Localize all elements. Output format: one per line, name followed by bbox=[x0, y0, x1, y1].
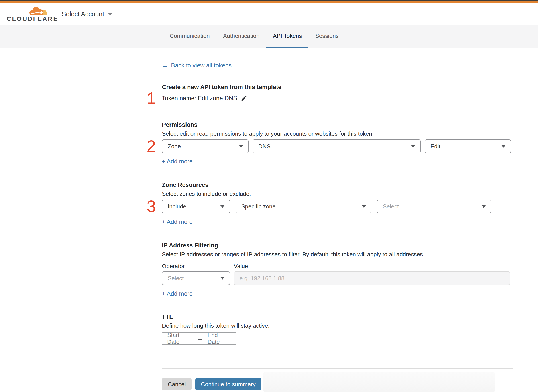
step-number-2: 2 bbox=[145, 138, 158, 154]
permission-scope-select[interactable]: Zone bbox=[162, 140, 249, 153]
zone-picker-select[interactable]: Select... bbox=[377, 200, 491, 213]
app-header: CLOUDFLARE Select Account bbox=[0, 3, 538, 25]
footer-actions: Cancel Continue to summary bbox=[162, 378, 513, 390]
step-number-1: 1 bbox=[145, 90, 158, 107]
create-token-title: Create a new API token from this templat… bbox=[162, 84, 513, 91]
ip-filtering-title: IP Address Filtering bbox=[162, 242, 513, 249]
ip-operator-select[interactable]: Select... bbox=[162, 271, 230, 285]
operator-label: Operator bbox=[162, 263, 234, 270]
zone-resources-description: Select zones to include or exclude. bbox=[162, 190, 513, 197]
ttl-description: Define how long this token will stay act… bbox=[162, 322, 513, 329]
token-name-row: 1 Token name: Edit zone DNS bbox=[162, 94, 513, 102]
chevron-down-icon bbox=[108, 13, 113, 15]
brand-top-bar bbox=[0, 1, 538, 3]
ip-filtering-add-more-link[interactable]: + Add more bbox=[162, 290, 193, 297]
permission-group-select[interactable]: DNS bbox=[253, 140, 421, 153]
back-arrow-icon: ← bbox=[162, 62, 168, 69]
permissions-description: Select edit or read permissions to apply… bbox=[162, 130, 513, 137]
account-selector-label: Select Account bbox=[62, 10, 104, 18]
permissions-add-more-link[interactable]: + Add more bbox=[162, 158, 193, 165]
chevron-down-icon bbox=[501, 145, 506, 148]
main-content: ← Back to view all tokens Create a new A… bbox=[0, 48, 538, 390]
tab-bar: Communication Authentication API Tokens … bbox=[0, 25, 538, 48]
zone-include-select[interactable]: Include bbox=[162, 200, 230, 213]
chevron-down-icon bbox=[220, 205, 225, 208]
ip-filtering-labels: Operator Value bbox=[162, 263, 513, 270]
chevron-down-icon bbox=[239, 145, 243, 148]
chevron-down-icon bbox=[411, 145, 415, 148]
cloudflare-cloud-icon bbox=[27, 6, 49, 16]
ip-filtering-row: Select... bbox=[162, 271, 513, 285]
chevron-down-icon bbox=[362, 205, 366, 208]
token-name-value: Token name: Edit zone DNS bbox=[162, 95, 237, 102]
cloudflare-wordmark: CLOUDFLARE bbox=[7, 16, 58, 22]
chevron-down-icon bbox=[220, 277, 225, 280]
value-label: Value bbox=[234, 263, 248, 270]
tab-communication[interactable]: Communication bbox=[163, 25, 216, 48]
ip-filtering-section: IP Address Filtering Select IP addresses… bbox=[162, 242, 513, 297]
ttl-section: TTL Define how long this token will stay… bbox=[162, 313, 513, 345]
continue-to-summary-button[interactable]: Continue to summary bbox=[195, 378, 261, 390]
step-number-3: 3 bbox=[145, 198, 158, 215]
token-name-section: Create a new API token from this templat… bbox=[162, 84, 513, 102]
permissions-section: Permissions Select edit or read permissi… bbox=[162, 121, 513, 165]
cancel-button[interactable]: Cancel bbox=[162, 378, 192, 390]
right-arrow-icon: → bbox=[197, 335, 203, 342]
tab-sessions[interactable]: Sessions bbox=[309, 25, 345, 48]
permissions-row: 2 Zone DNS Edit bbox=[162, 140, 513, 153]
account-selector[interactable]: Select Account bbox=[62, 10, 113, 18]
zone-resources-add-more-link[interactable]: + Add more bbox=[162, 219, 193, 225]
ip-value-input[interactable] bbox=[234, 271, 510, 285]
back-to-tokens-link[interactable]: ← Back to view all tokens bbox=[162, 62, 232, 69]
zone-resources-section: Zone Resources Select zones to include o… bbox=[162, 181, 513, 225]
ttl-title: TTL bbox=[162, 313, 513, 320]
permission-access-select[interactable]: Edit bbox=[425, 140, 511, 153]
edit-pencil-icon[interactable] bbox=[241, 95, 247, 102]
cloudflare-logo: CLOUDFLARE bbox=[7, 6, 51, 22]
zone-resources-title: Zone Resources bbox=[162, 181, 513, 188]
tab-authentication[interactable]: Authentication bbox=[216, 25, 266, 48]
zone-type-select[interactable]: Specific zone bbox=[235, 200, 371, 213]
back-link-label: Back to view all tokens bbox=[171, 62, 232, 69]
zone-resources-row: 3 Include Specific zone Select... bbox=[162, 200, 513, 213]
ttl-date-range-picker[interactable]: Start Date → End Date bbox=[162, 332, 236, 345]
end-date-placeholder: End Date bbox=[208, 332, 231, 345]
tab-api-tokens[interactable]: API Tokens bbox=[266, 25, 309, 48]
chevron-down-icon bbox=[482, 205, 486, 208]
ip-filtering-description: Select IP addresses or ranges of IP addr… bbox=[162, 251, 513, 258]
permissions-title: Permissions bbox=[162, 121, 513, 128]
footer-divider bbox=[162, 368, 513, 369]
start-date-placeholder: Start Date bbox=[167, 332, 192, 345]
